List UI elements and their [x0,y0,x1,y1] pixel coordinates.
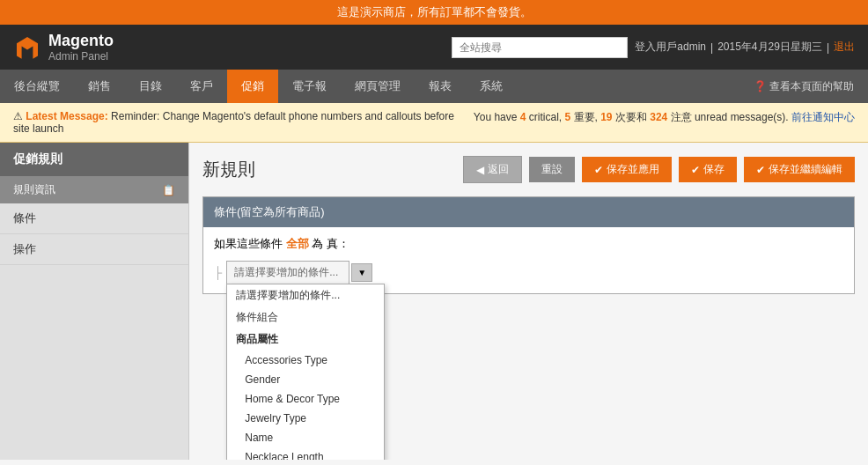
condition-label: 如果這些條件 全部 為 真： [214,236,843,252]
menu-item-jewelry-type[interactable]: Jewelry Type [227,409,384,428]
condition-all[interactable]: 全部 [286,237,309,250]
sidebar-section-icon: 📋 [162,184,175,196]
nav-item-reports[interactable]: 報表 [415,70,466,103]
dropdown-menu: 請選擇要增加的條件... 條件組合 商品屬性 Accessories Type … [226,284,385,460]
alert-bar: ⚠ Latest Message: Reminder: Change Magen… [0,103,868,143]
dropdown-select: 請選擇要增加的條件... ▼ [226,261,372,284]
back-button[interactable]: ◀ 返回 [463,156,522,183]
header-search-area: 登入用戶admin | 2015年4月29日星期三 | 退出 [452,37,855,58]
dropdown-arrow-button[interactable]: ▼ [351,263,372,282]
sidebar-item-actions[interactable]: 操作 [0,234,188,265]
save-apply-icon: ✔ [594,164,603,176]
conditions-header: 條件(留空為所有商品) [203,197,854,227]
banner-text: 這是演示商店，所有訂單都不會發貨。 [337,5,532,18]
nav-item-system[interactable]: 系統 [466,70,517,103]
nav-item-newsletter[interactable]: 電子報 [278,70,341,103]
sidebar-title: 促銷規則 [0,143,188,176]
alert-count-prefix: You have [474,111,520,123]
sidebar-section-rule-info[interactable]: 規則資訊 📋 [0,176,188,203]
help-link[interactable]: ❓ 查看本頁面的幫助 [739,70,868,103]
page-title: 新規則 [202,158,456,181]
header: Magento Admin Panel 登入用戶admin | 2015年4月2… [0,25,868,70]
conditions-box: 條件(留空為所有商品) 如果這些條件 全部 為 真： ├ 請選擇要增加的條件..… [202,196,855,294]
logo-name: Magento [48,32,114,50]
important-count: 5 [564,111,570,123]
save-continue-icon: ✔ [756,164,765,176]
nav-item-promotions[interactable]: 促銷 [227,70,278,103]
sidebar-item-conditions[interactable]: 條件 [0,203,188,234]
alert-text4: 注意 unread message(s). [671,111,789,123]
menu-section-product-attrs: 商品屬性 [227,328,384,351]
nav-item-customers[interactable]: 客戶 [176,70,227,103]
main-content: 新規則 ◀ 返回 重設 ✔ 保存並應用 ✔ 保存 ✔ 保存並繼續編輯 條 [189,143,868,460]
tree-icon: ├ [214,266,222,279]
main-nav: 後台縱覽 銷售 目錄 客戶 促銷 電子報 網頁管理 報表 系統 ❓ 查看本頁面的… [0,70,868,103]
save-continue-button[interactable]: ✔ 保存並繼續編輯 [744,157,855,182]
minor-count: 19 [600,111,612,123]
save-apply-button[interactable]: ✔ 保存並應用 [582,157,672,182]
dropdown-container: 請選擇要增加的條件... ▼ 請選擇要增加的條件... 條件組合 商品屬性 Ac… [226,261,372,284]
nav-item-dashboard[interactable]: 後台縱覽 [0,70,74,103]
help-text: 查看本頁面的幫助 [769,80,854,92]
save-button[interactable]: ✔ 保存 [679,157,737,182]
reset-button[interactable]: 重設 [529,157,575,182]
back-label: 返回 [488,162,509,177]
menu-item-name[interactable]: Name [227,428,384,447]
page-toolbar: 新規則 ◀ 返回 重設 ✔ 保存並應用 ✔ 保存 ✔ 保存並繼續編輯 [202,156,855,183]
notification-link[interactable]: 前往通知中心 [791,111,855,123]
menu-item-gender[interactable]: Gender [227,370,384,389]
help-icon: ❓ [754,80,767,92]
nav-item-sales[interactable]: 銷售 [74,70,125,103]
logo-subtitle: Admin Panel [48,50,114,63]
conditions-body: 如果這些條件 全部 為 真： ├ 請選擇要增加的條件... ▼ 請選擇要增加的條… [203,227,854,293]
dropdown-wrapper: ├ 請選擇要增加的條件... ▼ 請選擇要增加的條件... 條件組合 商品屬性 … [214,261,843,284]
sidebar: 促銷規則 規則資訊 📋 條件 操作 [0,143,189,460]
attention-count: 324 [650,111,667,123]
content-area: 促銷規則 規則資訊 📋 條件 操作 新規則 ◀ 返回 重設 ✔ 保存並應用 ✔ [0,143,868,460]
nav-item-catalog[interactable]: 目錄 [125,70,176,103]
sidebar-section-label: 規則資訊 [13,182,55,197]
alert-label: Latest Message: [26,110,107,122]
menu-item-accessories-type[interactable]: Accessories Type [227,351,384,370]
alert-icon: ⚠ [13,110,23,122]
reset-label: 重設 [541,162,563,177]
separator: | [710,41,713,54]
date-label: 2015年4月29日星期三 [717,40,822,55]
alert-text2: 重要, [574,111,601,123]
alert-text3: 次要和 [615,111,647,123]
menu-item-placeholder[interactable]: 請選擇要增加的條件... [227,284,384,306]
header-user-info: 登入用戶admin | 2015年4月29日星期三 | 退出 [635,40,855,55]
search-input[interactable] [452,37,628,58]
save-label: 保存 [703,162,725,177]
dropdown-display[interactable]: 請選擇要增加的條件... [226,261,349,284]
user-label: 登入用戶admin [635,40,706,55]
alert-left: ⚠ Latest Message: Reminder: Change Magen… [13,110,456,135]
separator2: | [827,41,829,54]
save-apply-label: 保存並應用 [607,162,659,177]
condition-true: 為 真： [312,237,349,250]
back-arrow-icon: ◀ [476,164,484,176]
menu-item-condition-group[interactable]: 條件組合 [227,306,384,328]
save-continue-label: 保存並繼續編輯 [769,162,842,177]
menu-item-home-decor-type[interactable]: Home & Decor Type [227,389,384,409]
condition-text: 如果這些條件 [214,237,283,250]
save-icon: ✔ [691,164,700,176]
alert-text1: critical, [529,111,565,123]
logo: Magento Admin Panel [13,32,114,63]
nav-item-cms[interactable]: 網頁管理 [341,70,415,103]
critical-count: 4 [520,111,526,123]
top-banner: 這是演示商店，所有訂單都不會發貨。 [0,0,868,25]
menu-item-necklace-length[interactable]: Necklace Length [227,447,384,460]
alert-right: You have 4 critical, 5 重要, 19 次要和 324 注意… [474,110,855,125]
logout-link[interactable]: 退出 [834,40,855,55]
magento-logo-icon [13,33,41,62]
